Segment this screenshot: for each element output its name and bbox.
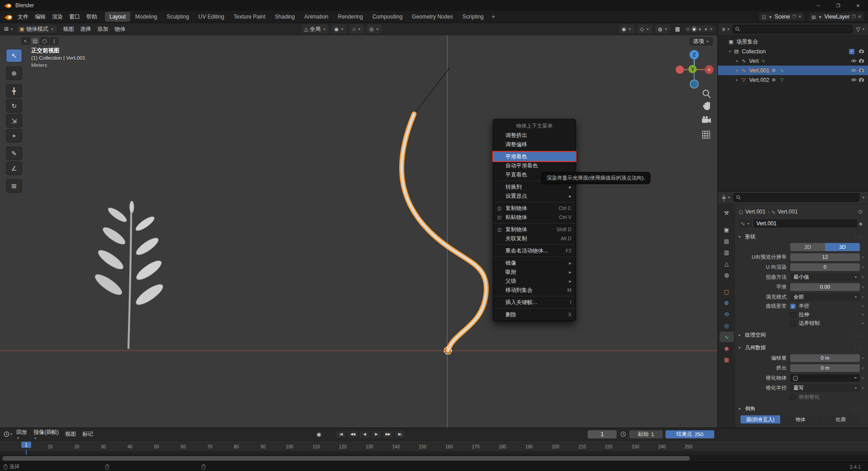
timeline-track[interactable] xyxy=(0,451,868,455)
add-workspace-button[interactable]: + xyxy=(489,13,498,21)
eyedropper-icon[interactable]: ✒ xyxy=(854,376,857,380)
jump-to-end-button[interactable]: ▶| xyxy=(394,430,405,438)
menu-item-shade-smooth[interactable]: 平滑着色 xyxy=(493,152,576,161)
object-visibility-dropdown[interactable]: ◉ ▾ xyxy=(619,24,634,33)
pin-icon[interactable]: ⊙ xyxy=(858,209,863,215)
zoom-icon[interactable] xyxy=(703,90,710,98)
tool-scale[interactable]: ⇲ xyxy=(6,114,22,128)
tool-select-box[interactable]: ↖ xyxy=(6,49,22,62)
hide-eye-icon[interactable] xyxy=(850,58,858,64)
workspace-tab-texture-paint[interactable]: Texture Paint xyxy=(229,12,270,22)
scrollbar-handle[interactable] xyxy=(2,456,690,461)
field-resolution-preview-u[interactable]: 12 ▾ xyxy=(790,253,860,261)
breadcrumb-object[interactable]: Vert.001 xyxy=(745,209,765,215)
workspace-tab-animation[interactable]: Animation xyxy=(300,12,333,22)
outliner-row-vert-002[interactable]: ▸ ▽ Vert.002 ⚙ ▽ ✓ xyxy=(718,75,868,85)
properties-tab-constraints[interactable]: ◎ xyxy=(720,320,734,331)
breadcrumb-data[interactable]: Vert.001 xyxy=(778,209,798,215)
menu-item[interactable] xyxy=(494,257,575,257)
workspace-tab-sculpting[interactable]: Sculpting xyxy=(162,12,193,22)
disclosure-triangle-icon[interactable]: ▸ xyxy=(734,68,740,72)
hide-eye-icon[interactable] xyxy=(850,67,858,73)
plant-object[interactable] xyxy=(92,201,165,349)
material-shading-icon[interactable]: ◐ xyxy=(699,26,702,32)
navigation-gizmo[interactable]: Z ✕ Y xyxy=(676,50,714,88)
solid-shading-icon[interactable]: ● xyxy=(692,26,697,32)
menu-item[interactable] xyxy=(494,223,575,224)
outliner-item-label[interactable]: Vert.001 xyxy=(749,67,769,74)
menu-help[interactable]: 帮助 xyxy=(83,12,100,22)
current-frame-field[interactable]: 1 xyxy=(588,430,617,438)
transform-orientation-dropdown[interactable]: △ 全局 ▾ xyxy=(302,24,329,33)
minimize-button[interactable]: ─ xyxy=(808,0,828,11)
properties-tab-render[interactable]: ▣ xyxy=(720,224,734,235)
properties-tab-world[interactable]: ◍ xyxy=(720,270,734,280)
menu-file[interactable]: 文件 xyxy=(14,12,32,22)
outliner-item-label[interactable]: Vert.002 xyxy=(749,77,769,83)
properties-tab-scene[interactable]: △ xyxy=(720,258,734,269)
workspace-tab-modeling[interactable]: Modeling xyxy=(131,12,162,22)
datablock-name-field[interactable]: Vert.001 xyxy=(754,219,857,228)
prev-keyframe-button[interactable]: ◀◀ xyxy=(347,430,358,438)
unlink-scene-icon[interactable]: ✕ xyxy=(798,14,802,19)
editor-type-icon[interactable]: ⊞ xyxy=(3,26,10,32)
menu-item-duplicate-linked[interactable]: 关联复制 Alt D xyxy=(493,234,576,243)
bevel-tab-object[interactable]: 物体 xyxy=(781,415,821,423)
menu-window[interactable]: 窗口 xyxy=(66,12,83,22)
menu-item-parent[interactable]: 父级 ▸ xyxy=(493,276,576,285)
restore-button[interactable]: ❐ xyxy=(828,0,848,11)
options-button[interactable]: 选项 ▾ xyxy=(689,37,713,46)
field-twist-method[interactable]: 最小值 ▾ xyxy=(790,273,860,281)
tool-annotate[interactable]: ✎ xyxy=(6,147,22,160)
menu-item-duplicate-objects[interactable]: ◫ 复制物体 Shift D xyxy=(493,225,576,234)
frame-start-field[interactable]: 起始 1 xyxy=(629,430,663,438)
menu-render[interactable]: 渲染 xyxy=(49,12,66,22)
menu-item[interactable] xyxy=(494,244,575,245)
properties-search-input[interactable] xyxy=(733,193,859,202)
tool-cursor[interactable]: ⊕ xyxy=(6,67,22,80)
menu-item-paste-objects[interactable]: ◰ 粘贴物体 Ctrl V xyxy=(493,213,576,222)
camera-view-icon[interactable] xyxy=(702,116,711,123)
workspace-tab-shading[interactable]: Shading xyxy=(270,12,299,22)
properties-tab-modifiers[interactable]: ⚙ xyxy=(720,298,734,308)
properties-tab-physics[interactable]: ⟲ xyxy=(720,309,734,319)
gizmos-dropdown[interactable]: ◇ ▾ xyxy=(637,24,652,33)
section-bevel[interactable]: ▾ 倒角 ∷∷ xyxy=(735,404,866,414)
taper-radius-dropdown[interactable]: 重写 ▾ xyxy=(790,384,860,392)
play-reverse-button[interactable]: ◀ xyxy=(359,430,370,438)
timeline-scrollbar[interactable] xyxy=(0,455,868,462)
disclosure-triangle-icon[interactable]: ▸ xyxy=(734,78,740,82)
workspace-tab-layout[interactable]: Layout xyxy=(105,12,130,22)
disclosure-triangle-icon[interactable]: ▾ xyxy=(727,49,733,53)
disable-render-camera-icon[interactable] xyxy=(858,58,865,64)
properties-tab-material[interactable]: ◉ xyxy=(720,343,734,353)
outliner-item-label[interactable]: 场景集合 xyxy=(736,38,758,46)
select-lasso-button[interactable]: ʃ xyxy=(50,37,58,45)
menu-item[interactable] xyxy=(494,308,575,309)
disclosure-triangle-icon[interactable]: ▸ xyxy=(734,59,740,63)
menu-item[interactable] xyxy=(494,296,575,296)
menu-item-rename-active[interactable]: 重命名活动物体... F2 xyxy=(493,246,576,255)
menu-item-adjust-offset[interactable]: 调整偏移 xyxy=(493,140,576,149)
menu-item-insert-keyframe[interactable]: 插入关键帧... I xyxy=(493,298,576,307)
field-render-u[interactable]: 0 ▾ xyxy=(790,263,860,271)
proportional-editing-dropdown[interactable]: ◎ ▾ xyxy=(367,24,382,33)
properties-tab-output[interactable]: ▤ xyxy=(720,236,734,246)
properties-tab-view-layer[interactable]: ▥ xyxy=(720,247,734,257)
tool-move[interactable]: ╋ xyxy=(6,84,22,98)
menu-edit[interactable]: 编辑 xyxy=(32,12,49,22)
outliner-row-vert[interactable]: ▸ ∿ Vert ∿ ✓ xyxy=(718,56,868,66)
bevel-tab-profile[interactable]: 轮廓 xyxy=(821,415,861,423)
viewport-menu-view[interactable]: 视图 xyxy=(60,24,77,34)
outliner-row-vert-001[interactable]: ▸ ∿ Vert.001 ⚙ ∿ ✓ xyxy=(718,66,868,75)
viewport-3d[interactable]: Z ✕ Y xyxy=(0,23,717,428)
taper-object-field[interactable]: ▢ ✒ xyxy=(790,374,860,382)
menu-item-snap[interactable]: 吸附 ▸ xyxy=(493,267,576,276)
new-viewlayer-icon[interactable]: ❐ xyxy=(852,14,855,19)
timeline-ruler[interactable]: 1 10203040506070809010011012013014015016… xyxy=(0,440,868,451)
select-box-button[interactable]: ▢ xyxy=(31,37,39,45)
viewport-menu-add[interactable]: 添加 xyxy=(94,24,112,34)
tool-add-cube[interactable]: ⊞ xyxy=(6,179,22,193)
wireframe-shading-icon[interactable]: ○ xyxy=(686,26,689,32)
field-fill-mode[interactable]: 全部 ▾ xyxy=(790,293,860,301)
